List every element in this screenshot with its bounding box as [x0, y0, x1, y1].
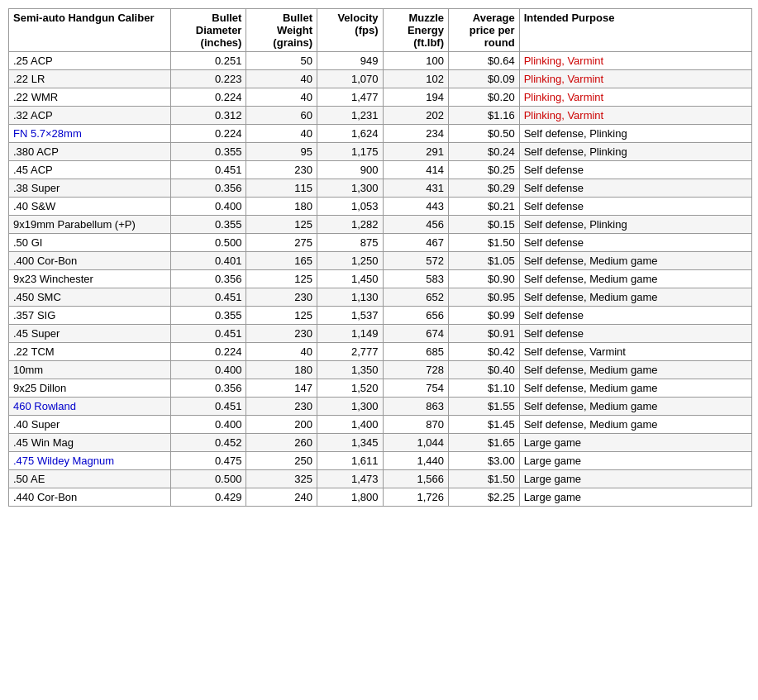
cell-price: $0.99: [449, 307, 520, 325]
cell-diameter: 0.312: [170, 107, 246, 125]
cell-diameter: 0.500: [170, 234, 246, 252]
cell-caliber: 9x19mm Parabellum (+P): [9, 216, 171, 234]
cell-purpose: Large game: [519, 434, 751, 452]
cell-caliber: .400 Cor-Bon: [9, 252, 171, 270]
cell-price: $1.55: [449, 398, 520, 416]
cell-velocity: 1,053: [317, 198, 384, 216]
cell-caliber: .357 SIG: [9, 307, 171, 325]
table-row: .450 SMC0.4512301,130652$0.95Self defens…: [9, 288, 752, 307]
table-row: .32 ACP0.312601,231202$1.16Plinking, Var…: [9, 107, 752, 125]
cell-velocity: 875: [317, 234, 384, 252]
cell-energy: 202: [383, 107, 449, 125]
table-row: FN 5.7×28mm0.224401,624234$0.50Self defe…: [9, 125, 752, 143]
cell-energy: 102: [383, 70, 449, 88]
cell-diameter: 0.355: [170, 143, 246, 161]
cell-price: $1.45: [449, 416, 520, 434]
table-row: .475 Wildey Magnum0.4752501,6111,440$3.0…: [9, 452, 752, 470]
cell-velocity: 1,070: [317, 70, 384, 88]
cell-weight: 40: [246, 88, 317, 107]
cell-energy: 863: [383, 398, 449, 416]
cell-caliber: .40 Super: [9, 416, 171, 434]
cell-energy: 652: [383, 288, 449, 307]
cell-purpose: Self defense, Medium game: [519, 398, 751, 416]
cell-caliber: 9x25 Dillon: [9, 379, 171, 398]
cell-diameter: 0.451: [170, 398, 246, 416]
table-row: .45 Super0.4512301,149674$0.91Self defen…: [9, 325, 752, 343]
cell-caliber: .50 AE: [9, 470, 171, 488]
cell-caliber: .32 ACP: [9, 107, 171, 125]
cell-weight: 40: [246, 70, 317, 88]
cell-weight: 40: [246, 343, 317, 361]
table-row: .22 WMR0.224401,477194$0.20Plinking, Var…: [9, 88, 752, 107]
cell-diameter: 0.500: [170, 470, 246, 488]
cell-weight: 125: [246, 216, 317, 234]
cell-velocity: 1,300: [317, 398, 384, 416]
cell-weight: 260: [246, 434, 317, 452]
cell-diameter: 0.400: [170, 361, 246, 379]
cell-weight: 230: [246, 325, 317, 343]
cell-energy: 100: [383, 52, 449, 70]
cell-energy: 583: [383, 270, 449, 288]
table-row: .22 LR0.223401,070102$0.09Plinking, Varm…: [9, 70, 752, 88]
cell-purpose: Self defense: [519, 325, 751, 343]
cell-price: $1.05: [449, 252, 520, 270]
cell-purpose: Self defense, Medium game: [519, 288, 751, 307]
cell-diameter: 0.224: [170, 343, 246, 361]
cell-diameter: 0.355: [170, 307, 246, 325]
cell-diameter: 0.224: [170, 125, 246, 143]
cell-energy: 234: [383, 125, 449, 143]
cell-caliber: .45 ACP: [9, 161, 171, 179]
cell-velocity: 1,250: [317, 252, 384, 270]
cell-energy: 674: [383, 325, 449, 343]
cell-velocity: 1,473: [317, 470, 384, 488]
cell-price: $0.50: [449, 125, 520, 143]
cell-weight: 230: [246, 398, 317, 416]
cell-energy: 656: [383, 307, 449, 325]
cell-velocity: 1,450: [317, 270, 384, 288]
cell-velocity: 1,282: [317, 216, 384, 234]
cell-purpose: Plinking, Varmint: [519, 107, 751, 125]
cell-diameter: 0.451: [170, 288, 246, 307]
cell-weight: 250: [246, 452, 317, 470]
cell-purpose: Self defense: [519, 161, 751, 179]
cell-caliber: 10mm: [9, 361, 171, 379]
cell-caliber: .22 LR: [9, 70, 171, 88]
cell-velocity: 1,130: [317, 288, 384, 307]
cell-weight: 125: [246, 307, 317, 325]
cell-price: $0.24: [449, 143, 520, 161]
cell-diameter: 0.451: [170, 161, 246, 179]
cell-caliber: .440 Cor-Bon: [9, 488, 171, 507]
cell-purpose: Large game: [519, 452, 751, 470]
cell-purpose: Self defense, Medium game: [519, 270, 751, 288]
cell-velocity: 1,400: [317, 416, 384, 434]
cell-velocity: 1,345: [317, 434, 384, 452]
cell-velocity: 1,175: [317, 143, 384, 161]
cell-diameter: 0.355: [170, 216, 246, 234]
cell-price: $2.25: [449, 488, 520, 507]
cell-weight: 60: [246, 107, 317, 125]
cell-price: $0.90: [449, 270, 520, 288]
cell-caliber: .475 Wildey Magnum: [9, 452, 171, 470]
cell-purpose: Self defense, Plinking: [519, 125, 751, 143]
cell-price: $0.40: [449, 361, 520, 379]
cell-diameter: 0.452: [170, 434, 246, 452]
cell-purpose: Self defense, Medium game: [519, 379, 751, 398]
cell-price: $1.10: [449, 379, 520, 398]
cell-caliber: .38 Super: [9, 179, 171, 198]
cell-diameter: 0.429: [170, 488, 246, 507]
header-energy: Muzzle Energy (ft.lbf): [383, 9, 449, 52]
cell-velocity: 1,149: [317, 325, 384, 343]
cell-price: $1.65: [449, 434, 520, 452]
table-row: 10mm0.4001801,350728$0.40Self defense, M…: [9, 361, 752, 379]
table-row: .357 SIG0.3551251,537656$0.99Self defens…: [9, 307, 752, 325]
header-caliber: Semi-auto Handgun Caliber: [9, 9, 171, 52]
cell-purpose: Plinking, Varmint: [519, 70, 751, 88]
cell-caliber: .450 SMC: [9, 288, 171, 307]
cell-purpose: Plinking, Varmint: [519, 52, 751, 70]
cell-weight: 115: [246, 179, 317, 198]
header-purpose: Intended Purpose: [519, 9, 751, 52]
caliber-comparison-table: Semi-auto Handgun Caliber Bullet Diamete…: [8, 8, 752, 507]
cell-velocity: 1,611: [317, 452, 384, 470]
cell-purpose: Self defense: [519, 198, 751, 216]
cell-energy: 754: [383, 379, 449, 398]
